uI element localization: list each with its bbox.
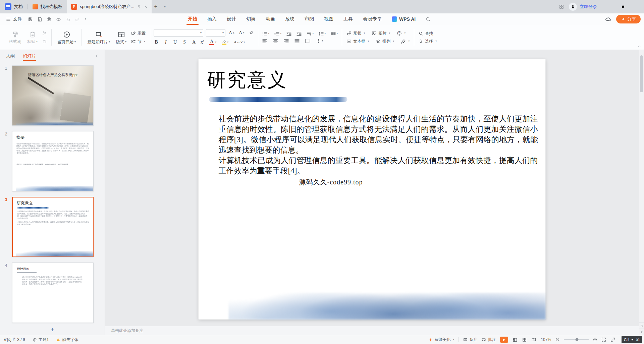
export-icon[interactable] xyxy=(37,17,42,22)
tab-wps-ai[interactable]: WPS AI xyxy=(392,16,416,22)
bold-button[interactable]: B xyxy=(154,40,159,45)
slide-thumbnail-1[interactable]: 1 涪陵区特色农产品交易系统ppt xyxy=(0,65,105,126)
justify-button[interactable] xyxy=(294,39,300,44)
align-center-button[interactable] xyxy=(272,39,279,44)
smart-beautify-button[interactable]: 智能美化 ▾ xyxy=(428,337,454,343)
theme-button[interactable]: 主题1 xyxy=(33,337,49,343)
font-color-button[interactable]: A ▾ xyxy=(208,39,217,46)
redo-icon[interactable] xyxy=(75,17,80,22)
zoom-in-button[interactable] xyxy=(593,338,597,342)
tab-transition[interactable]: 切换 xyxy=(246,13,256,25)
fill-color-button[interactable]: ▾ xyxy=(396,31,407,36)
tab-view[interactable]: 视图 xyxy=(324,13,333,25)
maximize-button[interactable] xyxy=(616,0,630,13)
tab-animation[interactable]: 动画 xyxy=(266,13,275,25)
font-size-combo[interactable]: ▾ xyxy=(206,29,225,37)
slide-title[interactable]: 研究意义 xyxy=(207,67,288,93)
tab-document[interactable]: P springboot涪陵区特色农产... xyxy=(67,0,152,13)
next-slide-button[interactable] xyxy=(639,329,644,335)
login-link[interactable]: 立即登录 xyxy=(580,4,597,10)
tab-member[interactable]: 会员专享 xyxy=(363,13,382,25)
strikethrough-button[interactable]: S xyxy=(182,40,187,45)
cut-button[interactable] xyxy=(41,31,48,36)
textbox-button[interactable]: 文本框 ▾ xyxy=(345,39,370,44)
window-layout-icon[interactable] xyxy=(559,4,564,9)
reset-button[interactable]: 重置 xyxy=(130,31,147,36)
slide-thumbnail-2[interactable]: 2 摘要 相较于以往的传统手工管理方式，智能化的管理方式可以大幅降低涪陵区特色农… xyxy=(0,131,105,191)
paste-button[interactable]: 粘贴▾ xyxy=(25,31,40,44)
arrange-button[interactable]: 排列 ▾ xyxy=(375,39,395,44)
watercolor-footer-image[interactable] xyxy=(229,293,546,320)
tab-outline[interactable]: 大纲 xyxy=(6,50,15,62)
format-painter-button[interactable]: 格式刷 xyxy=(7,31,23,44)
save-icon[interactable] xyxy=(28,17,33,22)
play-from-current-button[interactable]: 当页开始▾ xyxy=(55,30,78,45)
slide-body-text[interactable]: 社会前进的步伐带动信息化的发展，信息化的建设使得人们生活的节奏加快，至使人们更加… xyxy=(219,114,538,187)
picture-button[interactable]: 图片 ▾ xyxy=(371,31,391,36)
print-icon[interactable] xyxy=(47,17,52,22)
increase-font-button[interactable]: A▲ xyxy=(228,30,235,36)
tab-tools[interactable]: 工具 xyxy=(343,13,353,25)
collapse-ribbon-icon[interactable] xyxy=(637,44,641,48)
align-right-button[interactable] xyxy=(283,39,289,44)
zoom-out-button[interactable] xyxy=(555,338,559,342)
close-tab-icon[interactable] xyxy=(144,5,148,9)
tab-home-docs[interactable]: 文档 xyxy=(0,0,28,13)
superscript-button[interactable]: x² xyxy=(201,40,204,45)
decrease-font-button[interactable]: A▼ xyxy=(238,30,246,36)
comments-button[interactable]: 批注 xyxy=(482,337,496,343)
copy-button[interactable] xyxy=(41,39,48,44)
tab-review[interactable]: 审阅 xyxy=(305,13,314,25)
pin-icon[interactable] xyxy=(137,5,141,9)
numbered-list-button[interactable]: ▾ xyxy=(274,31,282,36)
clear-format-button[interactable] xyxy=(248,30,255,36)
search-icon[interactable] xyxy=(426,17,431,22)
decrease-indent-button[interactable] xyxy=(286,31,292,36)
new-tab-button[interactable]: + xyxy=(152,2,160,11)
tab-slides[interactable]: 幻灯片 xyxy=(23,50,36,62)
slide-thumbnail-3-selected[interactable]: 3 研究意义 社会前进的步伐带动信息化的发展，信息化的建设使得人们生活的节奏加快… xyxy=(0,197,105,257)
avatar[interactable] xyxy=(569,3,577,11)
zoom-slider[interactable] xyxy=(564,339,589,340)
underline-button[interactable]: U xyxy=(172,40,178,45)
character-spacing-button[interactable]: A↔V ▾ xyxy=(233,40,246,44)
new-slide-button[interactable]: 新建幻灯片▾ xyxy=(85,30,112,45)
reading-view-button[interactable] xyxy=(531,337,536,342)
slide-thumbnail-4[interactable]: 4 设计目的 通过对涪陵区特色农产品交易市场需求的分析，设计并开发一套基于spr… xyxy=(0,263,105,323)
print-preview-icon[interactable] xyxy=(56,17,61,22)
slide-title-divider[interactable] xyxy=(209,97,347,102)
add-slide-button[interactable]: + xyxy=(0,325,105,335)
find-button[interactable]: 查找 xyxy=(418,31,438,36)
previous-slide-button[interactable] xyxy=(639,322,644,329)
fit-to-window-button[interactable] xyxy=(601,337,606,342)
slide-workspace[interactable]: 研究意义 社会前进的步伐带动信息化的发展，信息化的建设使得人们生活的节奏加快，至… xyxy=(105,50,639,326)
file-menu-button[interactable]: 文件 xyxy=(3,16,24,22)
cloud-upload-icon[interactable] xyxy=(605,16,611,22)
minimize-button[interactable] xyxy=(602,0,616,13)
text-shadow-button[interactable]: A xyxy=(191,40,197,45)
tab-slideshow[interactable]: 放映 xyxy=(285,13,294,25)
share-button[interactable]: 分享 xyxy=(616,15,641,23)
highlight-color-button[interactable]: ▾ xyxy=(221,40,229,45)
shapes-button[interactable]: 形状 ▾ xyxy=(345,31,366,36)
style-brush-button[interactable]: ▾ xyxy=(400,39,411,44)
normal-view-button[interactable] xyxy=(513,337,518,342)
vertical-align-button[interactable]: ▾ xyxy=(315,39,324,44)
zoom-slider-handle[interactable] xyxy=(575,338,578,341)
tab-design[interactable]: 设计 xyxy=(227,13,236,25)
text-direction-button[interactable]: ▾ xyxy=(306,31,314,36)
current-slide[interactable]: 研究意义 社会前进的步伐带动信息化的发展，信息化的建设使得人们生活的节奏加快，至… xyxy=(199,59,546,320)
align-left-button[interactable] xyxy=(262,39,268,44)
zoom-percent[interactable]: 107% xyxy=(541,337,551,342)
section-button[interactable]: 节 ▾ xyxy=(130,39,147,44)
quick-access-chevron-icon[interactable]: ▾ xyxy=(85,18,86,20)
undo-icon[interactable] xyxy=(65,17,70,22)
missing-fonts-warning[interactable]: 缺失字体 xyxy=(56,337,78,343)
italic-button[interactable]: I xyxy=(163,40,168,45)
tab-start[interactable]: 开始 xyxy=(188,13,197,25)
increase-indent-button[interactable] xyxy=(296,31,302,36)
tab-insert[interactable]: 插入 xyxy=(207,13,217,25)
tab-docer-templates[interactable]: 找稻壳模板 xyxy=(28,0,67,13)
line-spacing-button[interactable]: ▾ xyxy=(318,31,326,36)
notes-toggle-button[interactable]: 备注 xyxy=(463,337,477,343)
